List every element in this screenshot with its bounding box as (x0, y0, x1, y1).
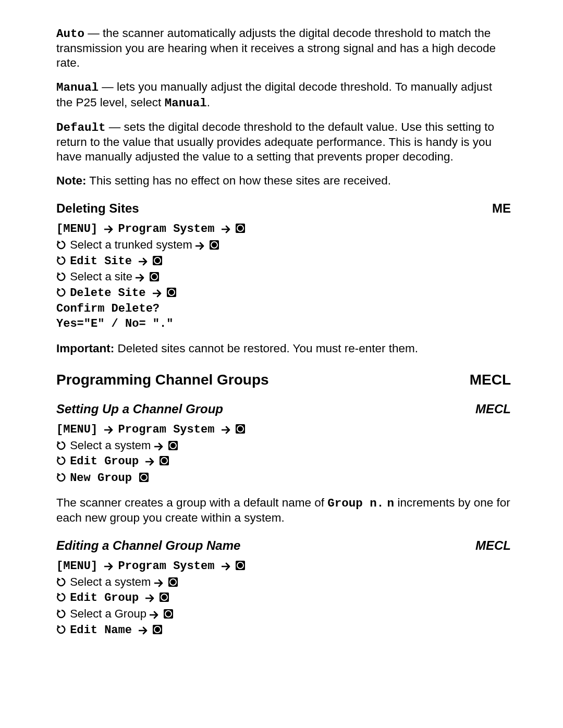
arrow-right-icon (154, 579, 165, 587)
scroll-icon (56, 240, 67, 250)
scroll-icon (56, 440, 67, 451)
arrow-right-icon (154, 442, 165, 451)
steps-edit-group-name: [MENU] Program System Select a system Ed… (56, 558, 511, 638)
term-auto: Auto (56, 27, 84, 41)
enter-button-icon (152, 255, 163, 266)
important-text: Deleted sites cannot be restored. You mu… (114, 342, 418, 355)
heading-setting-up-channel-group: Setting Up a Channel Group MECL (56, 401, 511, 417)
scroll-icon (56, 592, 67, 602)
heading-editing-channel-group-name: Editing a Channel Group Name MECL (56, 538, 511, 553)
step-line: Edit Name (56, 622, 511, 638)
arrow-right-icon (150, 611, 160, 619)
paragraph-auto: Auto — the scanner automatically adjusts… (56, 26, 511, 70)
step-line: [MENU] Program System (56, 558, 511, 574)
arrow-right-icon (145, 594, 156, 602)
note-line: Note: This setting has no effect on how … (56, 174, 511, 188)
steps-deleting-sites: [MENU] Program System Select a trunked s… (56, 220, 511, 332)
heading-tag: ME (492, 201, 511, 216)
step-text: Edit Group (70, 591, 145, 604)
enter-button-icon (235, 424, 246, 434)
arrow-right-icon (139, 626, 149, 635)
note-text: This setting has no effect on how these … (87, 174, 391, 187)
term-default: Default (56, 121, 106, 134)
step-line: New Group (56, 470, 511, 486)
term-manual-2: Manual (165, 96, 207, 110)
step-line: Edit Group (56, 453, 511, 470)
enter-button-icon (159, 592, 169, 602)
heading-title: Deleting Sites (56, 201, 139, 216)
dash: — (106, 120, 124, 133)
step-text: Program System (118, 223, 222, 236)
heading-title: Setting Up a Channel Group (56, 401, 223, 417)
text: the scanner automatically adjusts the di… (56, 27, 496, 69)
step-text: Select a site (70, 270, 136, 283)
steps-setup-group: [MENU] Program System Select a system Ed… (56, 421, 511, 486)
arrow-right-icon (104, 426, 115, 434)
paragraph-group-default-name: The scanner creates a group with a defau… (56, 496, 511, 525)
step-text: Program System (118, 560, 222, 573)
mono-text: Group n. (327, 497, 384, 510)
enter-button-icon (149, 272, 160, 282)
heading-tag: MECL (475, 538, 511, 553)
heading-title: Editing a Channel Group Name (56, 538, 240, 553)
enter-button-icon (159, 455, 169, 466)
step-line: Select a trunked system (56, 237, 511, 253)
menu-key: [MENU] (56, 423, 104, 436)
enter-button-icon (163, 609, 174, 619)
enter-button-icon (152, 624, 163, 635)
step-text: Program System (118, 423, 222, 436)
arrow-right-icon (195, 242, 206, 250)
text: lets you manually adjust the digital dec… (56, 80, 492, 108)
step-line: Edit Site (56, 253, 511, 269)
mono-text: n (387, 497, 395, 510)
step-line: Select a system (56, 438, 511, 453)
scroll-icon (56, 577, 67, 587)
scroll-icon (56, 287, 67, 298)
dash: — (84, 27, 103, 40)
step-line: Select a system (56, 574, 511, 590)
scroll-icon (56, 272, 67, 282)
step-text: Edit Name (70, 624, 139, 637)
enter-button-icon (139, 472, 149, 483)
arrow-right-icon (139, 257, 149, 266)
arrow-right-icon (104, 225, 115, 233)
arrow-right-icon (222, 426, 232, 434)
arrow-right-icon (222, 225, 232, 233)
step-text: Edit Site (70, 255, 139, 268)
step-text: Select a system (70, 575, 154, 588)
step-line: [MENU] Program System (56, 421, 511, 438)
paragraph-default: Default — sets the digital decode thresh… (56, 120, 511, 164)
heading-title: Programming Channel Groups (56, 371, 269, 389)
arrow-right-icon (104, 562, 115, 571)
arrow-right-icon (145, 458, 156, 466)
enter-button-icon (209, 240, 219, 250)
arrow-right-icon (136, 274, 146, 282)
scroll-icon (56, 472, 67, 483)
arrow-right-icon (153, 289, 163, 298)
text: The scanner creates a group with a defau… (56, 496, 327, 509)
heading-deleting-sites: Deleting Sites ME (56, 201, 511, 216)
scroll-icon (56, 624, 67, 635)
scroll-icon (56, 455, 67, 466)
enter-button-icon (235, 223, 246, 233)
heading-programming-channel-groups: Programming Channel Groups MECL (56, 371, 511, 389)
scroll-icon (56, 255, 67, 266)
menu-key: [MENU] (56, 223, 104, 236)
step-line: Edit Group (56, 589, 511, 606)
step-line: Yes="E" / No= "." (56, 316, 511, 332)
step-text: Select a Group (70, 607, 150, 620)
enter-button-icon (235, 560, 246, 571)
text: . (207, 96, 210, 109)
step-line: Select a site (56, 269, 511, 285)
scroll-icon (56, 609, 67, 619)
step-text: New Group (70, 472, 139, 485)
important-label: Important: (56, 342, 114, 355)
dash: — (99, 80, 117, 93)
step-line: Select a Group (56, 606, 511, 622)
enter-button-icon (168, 577, 178, 587)
step-text: Edit Group (70, 455, 145, 468)
step-text: Select a system (70, 439, 154, 452)
term-manual: Manual (56, 81, 99, 94)
menu-key: [MENU] (56, 560, 104, 573)
enter-button-icon (166, 287, 177, 298)
